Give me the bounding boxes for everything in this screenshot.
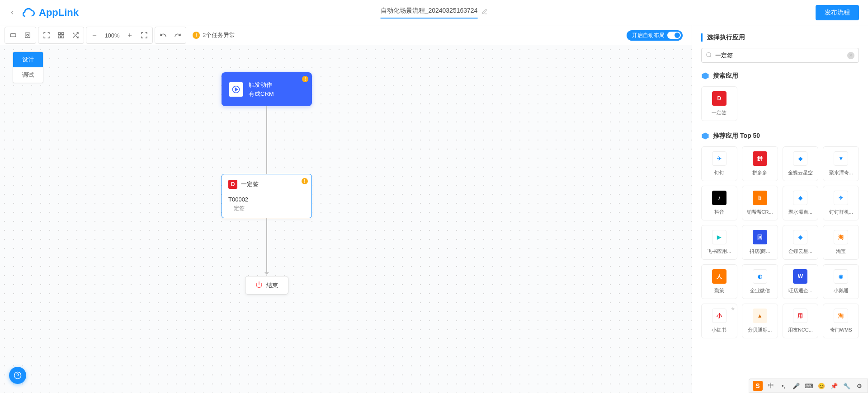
section-top-label: 推荐应用 Top 50 — [713, 132, 760, 140]
edit-title-icon[interactable] — [481, 9, 487, 16]
svg-point-1 — [27, 34, 28, 36]
search-box: ✕ — [701, 48, 859, 63]
app-icon: ✈ — [834, 191, 848, 205]
app-card[interactable]: ♪抖音 — [701, 186, 737, 220]
app-selector-panel: 选择执行应用 ✕ 搜索应用 D一定签 推荐应用 Top 50 — [692, 25, 868, 393]
svg-point-14 — [707, 52, 711, 56]
power-icon — [255, 281, 263, 290]
app-card[interactable]: D一定签 — [701, 86, 737, 121]
search-results-grid: D一定签 — [701, 86, 859, 121]
app-card[interactable]: b销帮帮CR... — [742, 186, 778, 220]
app-icon: 回 — [753, 230, 767, 244]
ime-lang[interactable]: 中 — [766, 381, 775, 390]
ime-mic-icon[interactable]: 🎤 — [792, 381, 801, 390]
fit-width-icon[interactable] — [7, 29, 19, 42]
app-label: 小红书 — [704, 327, 734, 333]
app-label: 分贝通标... — [745, 327, 775, 333]
app-icon: ▶ — [712, 230, 726, 244]
app-label: 聚水潭奇... — [826, 169, 856, 176]
connector-line — [266, 218, 267, 272]
app-card[interactable]: ◉小鹅通 — [823, 264, 859, 299]
app-label: 抖店(商... — [745, 248, 775, 255]
app-card[interactable]: ▲分贝通标... — [742, 304, 778, 338]
warning-badge-icon: ! — [302, 178, 308, 184]
app-card[interactable]: 淘奇门WMS — [823, 304, 859, 338]
app-label: 钉钉群机... — [826, 209, 856, 215]
app-card[interactable]: ▶飞书应用... — [701, 225, 737, 260]
undo-icon[interactable] — [157, 29, 170, 42]
flow-title: 自动化场景流程_20240325163724 — [381, 7, 478, 19]
redo-icon[interactable] — [171, 29, 184, 42]
app-icon: D — [712, 91, 726, 106]
ime-keyboard-icon[interactable]: ⌨ — [804, 381, 813, 390]
app-icon: ✈ — [712, 151, 726, 166]
tab-design[interactable]: 设计 — [13, 52, 43, 67]
app-card[interactable]: 拼拼多多 — [742, 146, 778, 181]
back-button[interactable] — [9, 9, 15, 16]
ime-punct-icon[interactable]: •, — [779, 381, 788, 390]
ime-emoji-icon[interactable]: 😊 — [817, 381, 826, 390]
app-icon: ◉ — [834, 269, 848, 284]
app-label: 钉钉 — [704, 169, 734, 176]
app-card[interactable]: ◆聚水潭自... — [783, 186, 819, 220]
clear-search-icon[interactable]: ✕ — [847, 52, 854, 59]
ime-pin-icon[interactable]: 📌 — [830, 381, 839, 390]
center-icon[interactable] — [21, 29, 34, 42]
ime-settings-icon[interactable]: ⚙ — [855, 381, 864, 390]
zoom-reset-icon[interactable] — [138, 29, 151, 42]
trigger-node[interactable]: ! 触发动作 有成CRM — [222, 72, 312, 106]
mode-tabs: 设计 调试 — [13, 51, 43, 83]
app-card[interactable]: ✈钉钉 — [701, 146, 737, 181]
auto-layout-label: 开启自动布局 — [632, 32, 665, 39]
shuffle-icon[interactable] — [69, 29, 82, 42]
task-node[interactable]: ! D 一定签 T00002 一定签 — [222, 174, 312, 218]
app-icon: 淘 — [834, 309, 848, 323]
app-icon: 人 — [712, 269, 726, 284]
publish-button[interactable]: 发布流程 — [816, 5, 859, 20]
warning-banner[interactable]: ! 2个任务异常 — [188, 29, 240, 41]
app-label: 销帮帮CR... — [745, 209, 775, 215]
svg-rect-0 — [10, 34, 16, 37]
app-card[interactable]: 人勤策 — [701, 264, 737, 299]
section-search-label: 搜索应用 — [713, 72, 738, 80]
app-card[interactable]: ◐企业微信 — [742, 264, 778, 299]
flow-canvas[interactable]: 设计 调试 ! 触发动作 有成CRM — [0, 45, 692, 393]
app-label: 奇门WMS — [826, 327, 856, 333]
zoom-in-icon[interactable] — [123, 29, 136, 42]
zoom-out-icon[interactable] — [88, 29, 101, 42]
app-label: 旺店通企... — [786, 287, 816, 294]
help-button[interactable] — [9, 367, 26, 384]
app-card[interactable]: 小小红书★ — [701, 304, 737, 338]
app-card[interactable]: 用用友NCC... — [783, 304, 819, 338]
app-card[interactable]: ◆金蝶云星... — [783, 225, 819, 260]
app-icon: D — [228, 180, 237, 189]
app-label: 抖音 — [704, 209, 734, 215]
search-input[interactable] — [701, 48, 859, 63]
trigger-app-label: 有成CRM — [249, 89, 274, 98]
svg-line-15 — [710, 56, 711, 57]
section-header-top: 推荐应用 Top 50 — [701, 132, 859, 140]
app-card[interactable]: ✈钉钉群机... — [823, 186, 859, 220]
auto-layout-toggle[interactable]: 开启自动布局 — [627, 30, 683, 41]
app-icon: ◆ — [793, 191, 807, 205]
app-icon: b — [753, 191, 767, 205]
app-label: 拼多多 — [745, 169, 775, 176]
connector-line — [266, 106, 267, 174]
logo-text: AppLink — [39, 7, 79, 19]
ime-tool-icon[interactable]: 🔧 — [842, 381, 851, 390]
task-subtitle: 一定签 — [228, 205, 305, 212]
app-card[interactable]: 回抖店(商... — [742, 225, 778, 260]
app-label: 小鹅通 — [826, 287, 856, 294]
end-node[interactable]: 结束 — [245, 276, 288, 295]
app-card[interactable]: 淘淘宝 — [823, 225, 859, 260]
ime-toolbar[interactable]: S 中 •, 🎤 ⌨ 😊 📌 🔧 ⚙ — [749, 379, 868, 393]
app-card[interactable]: ▼聚水潭奇... — [823, 146, 859, 181]
tab-debug[interactable]: 调试 — [13, 67, 43, 83]
app-card[interactable]: W旺店通企... — [783, 264, 819, 299]
app-card[interactable]: ◆金蝶云星空 — [783, 146, 819, 181]
app-icon: 用 — [793, 309, 807, 323]
fullscreen-icon[interactable] — [40, 29, 53, 42]
grid-icon[interactable] — [55, 29, 67, 42]
app-icon: W — [793, 269, 807, 284]
svg-rect-6 — [61, 36, 64, 38]
